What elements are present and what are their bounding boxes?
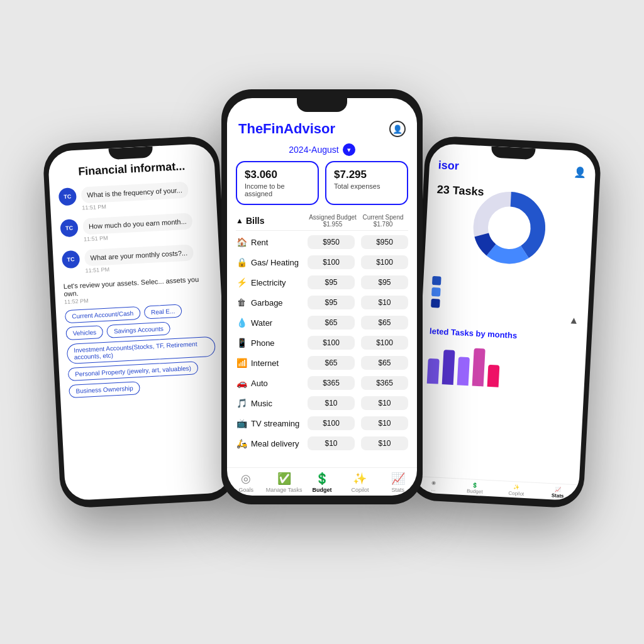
- row-assigned-8[interactable]: $10: [308, 396, 355, 410]
- budget-row-2: ⚡ Electricity $95 $95: [236, 272, 408, 292]
- income-card: $3.060 Income to be assigned: [236, 161, 319, 205]
- row-spend-2[interactable]: $95: [361, 275, 408, 289]
- goals-icon: ◎: [241, 472, 251, 486]
- budget-row-4: 💧 Water $65 $65: [236, 313, 408, 333]
- left-screen-title: Financial informat...: [57, 158, 206, 179]
- row-spend-9[interactable]: $10: [361, 416, 408, 430]
- phone-left: Financial informat... TC What is the fre…: [42, 135, 237, 509]
- row-spend-7[interactable]: $365: [361, 376, 408, 390]
- row-icon-1: 🔒: [236, 257, 247, 267]
- row-assigned-9[interactable]: $100: [308, 416, 355, 430]
- chip-personal-property[interactable]: Personal Property (jewelry, art, valuabl…: [68, 361, 199, 381]
- row-icon-7: 🚗: [236, 378, 247, 388]
- right-nav-label-copilot: Copilot: [508, 491, 524, 497]
- row-spend-6[interactable]: $65: [361, 356, 408, 370]
- phone-right: isor 👤 23 Tasks: [407, 135, 602, 509]
- row-assigned-2[interactable]: $95: [308, 275, 355, 289]
- col2-sub: $1.780: [358, 221, 408, 228]
- budget-table: ▲ Bills Assigned Budget $1.955 Current S…: [227, 211, 417, 467]
- nav-stats[interactable]: 📈 Stats: [379, 472, 417, 493]
- right-nav-stats[interactable]: 📈 Stats: [536, 486, 579, 499]
- bottom-nav: ◎ Goals ✅ Manage Tasks 💲 Budget ✨ Copilo…: [227, 467, 417, 496]
- chip-business-ownership[interactable]: Business Ownership: [69, 381, 140, 398]
- row-name-9: 📺 TV streaming: [236, 418, 308, 428]
- legend-dot-1: [432, 276, 441, 286]
- row-name-4: 💧 Water: [236, 318, 308, 328]
- row-name-6: 📶 Internet: [236, 358, 308, 368]
- expenses-label: Total expenses: [334, 182, 399, 190]
- section-title: ▲ Bills: [236, 216, 308, 226]
- row-name-7: 🚗 Auto: [236, 378, 308, 388]
- chat-message-3: TC What are your monthly costs?... 11:51…: [62, 243, 211, 275]
- nav-budget[interactable]: 💲 Budget: [303, 472, 341, 493]
- row-icon-6: 📶: [236, 358, 247, 368]
- user-icon[interactable]: 👤: [389, 121, 406, 137]
- nav-copilot[interactable]: ✨ Copilot: [341, 472, 379, 493]
- bar-1: [427, 358, 440, 384]
- row-assigned-0[interactable]: $950: [308, 235, 355, 249]
- row-name-8: 🎵 Music: [236, 398, 308, 408]
- notch-center: [297, 98, 347, 112]
- phone-center: TheFinAdvisor 👤 2024-August ▾ $3.060 Inc…: [221, 89, 423, 504]
- center-header: TheFinAdvisor 👤: [227, 116, 417, 141]
- legend-dot-3: [431, 299, 440, 308]
- row-spend-4[interactable]: $65: [361, 316, 408, 330]
- nav-manage-tasks-label: Manage Tasks: [266, 487, 303, 493]
- right-user-icon[interactable]: 👤: [574, 166, 587, 179]
- col1-header: Assigned Budget: [308, 214, 358, 221]
- row-spend-3[interactable]: $10: [361, 296, 408, 309]
- row-icon-2: ⚡: [236, 277, 247, 287]
- row-assigned-4[interactable]: $65: [308, 316, 355, 330]
- row-icon-10: 🛵: [236, 438, 247, 448]
- left-screen-content: Financial informat... TC What is the fre…: [48, 143, 232, 501]
- budget-row-5: 📱 Phone $100 $100: [236, 333, 408, 353]
- chip-vehicles[interactable]: Vehicles: [65, 325, 103, 340]
- row-assigned-6[interactable]: $65: [308, 356, 355, 370]
- date-selector[interactable]: 2024-August ▾: [227, 141, 417, 161]
- row-name-10: 🛵 Meal delivery: [236, 438, 308, 448]
- bar-2: [442, 350, 455, 385]
- row-name-1: 🔒 Gas/ Heating: [236, 257, 308, 267]
- summary-cards: $3.060 Income to be assigned $7.295 Tota…: [227, 161, 417, 211]
- nav-manage-tasks[interactable]: ✅ Manage Tasks: [265, 472, 303, 493]
- row-spend-10[interactable]: $10: [361, 436, 408, 450]
- nav-goals[interactable]: ◎ Goals: [227, 472, 265, 493]
- right-nav-budget[interactable]: 💲 Budget: [454, 481, 496, 495]
- right-nav-icon-copilot: ✨: [513, 484, 519, 491]
- row-assigned-3[interactable]: $95: [308, 296, 355, 309]
- assets-intro-text: Let's review your assets. Selec... asset…: [64, 275, 213, 305]
- col2-header: Current Spend: [358, 214, 408, 221]
- expenses-amount: $7.295: [334, 169, 399, 181]
- right-nav-copilot[interactable]: ✨ Copilot: [496, 484, 538, 497]
- copilot-icon: ✨: [353, 472, 367, 486]
- row-assigned-10[interactable]: $10: [308, 436, 355, 450]
- phones-container: Financial informat... TC What is the fre…: [39, 39, 605, 605]
- chip-investment[interactable]: Investment Accounts(Stocks, TF, Retireme…: [67, 336, 216, 364]
- right-nav-label-budget: Budget: [467, 488, 483, 494]
- right-nav-label-stats: Stats: [552, 492, 564, 499]
- chip-savings[interactable]: Savings Accounts: [106, 321, 170, 338]
- chip-real-estate[interactable]: Real E...: [144, 304, 182, 319]
- row-assigned-7[interactable]: $365: [308, 376, 355, 390]
- row-assigned-1[interactable]: $100: [308, 255, 355, 269]
- budget-row-6: 📶 Internet $65 $65: [236, 353, 408, 373]
- chip-current-account[interactable]: Current Account/Cash: [65, 306, 141, 323]
- avatar-1: TC: [58, 187, 77, 206]
- income-amount: $3.060: [245, 169, 310, 181]
- row-spend-0[interactable]: $950: [361, 235, 408, 249]
- row-name-2: ⚡ Electricity: [236, 277, 308, 287]
- chevron-down-icon[interactable]: ▾: [343, 143, 355, 156]
- row-icon-5: 📱: [236, 338, 247, 348]
- right-screen-content: isor 👤 23 Tasks: [413, 143, 597, 501]
- asset-chips-container: Current Account/Cash Real E... Vehicles …: [65, 303, 218, 398]
- nav-copilot-label: Copilot: [351, 487, 369, 493]
- row-spend-1[interactable]: $100: [361, 255, 408, 269]
- legend-dot-2: [431, 287, 441, 297]
- bar-chart: [418, 335, 587, 394]
- table-header: ▲ Bills Assigned Budget $1.955 Current S…: [236, 211, 408, 231]
- row-spend-5[interactable]: $100: [361, 336, 408, 350]
- budget-row-10: 🛵 Meal delivery $10 $10: [236, 433, 408, 453]
- row-assigned-5[interactable]: $100: [308, 336, 355, 350]
- row-spend-8[interactable]: $10: [361, 396, 408, 410]
- row-icon-8: 🎵: [236, 398, 247, 408]
